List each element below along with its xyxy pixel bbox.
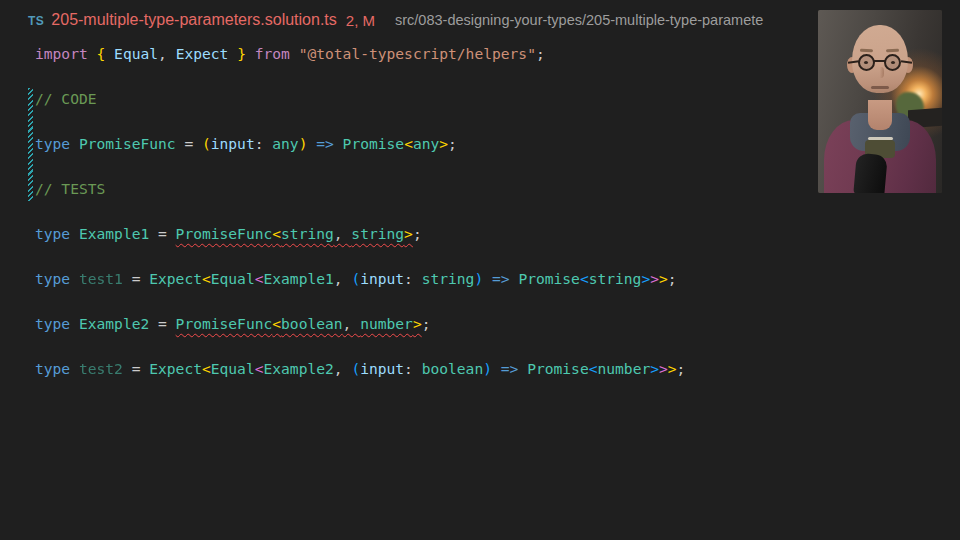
code-token: type bbox=[35, 225, 70, 242]
code-token: input bbox=[211, 135, 255, 152]
code-token: Example2 bbox=[264, 360, 334, 377]
code-token: string bbox=[589, 270, 642, 287]
code-token: type bbox=[35, 315, 70, 332]
code-token: < bbox=[255, 270, 264, 287]
code-token: input bbox=[360, 270, 404, 287]
code-token bbox=[518, 360, 527, 377]
code-token: string bbox=[351, 225, 404, 242]
file-status-badge: 2, M bbox=[346, 12, 375, 29]
presenter-mouth bbox=[871, 86, 889, 89]
code-token: Expect bbox=[149, 360, 202, 377]
glasses-bridge bbox=[874, 60, 885, 62]
code-token: : bbox=[404, 360, 422, 377]
code-token bbox=[70, 225, 79, 242]
typescript-file-icon: TS bbox=[28, 14, 44, 28]
code-line[interactable] bbox=[35, 111, 915, 134]
code-token: Example2 bbox=[79, 315, 149, 332]
code-token: ; bbox=[536, 45, 545, 62]
code-token: => bbox=[492, 270, 510, 287]
code-area[interactable]: import { Equal, Expect } from "@total-ty… bbox=[35, 43, 915, 381]
code-line[interactable] bbox=[35, 66, 915, 89]
code-token: Promise bbox=[518, 270, 580, 287]
code-token: > bbox=[439, 135, 448, 152]
presenter-eye bbox=[864, 61, 868, 64]
code-token: number bbox=[360, 315, 413, 332]
code-token: import bbox=[35, 45, 88, 62]
code-token: , bbox=[334, 225, 352, 242]
overview-ruler[interactable] bbox=[943, 0, 960, 540]
code-token bbox=[88, 45, 97, 62]
code-line[interactable]: type PromiseFunc = (input: any) => Promi… bbox=[35, 133, 915, 156]
code-token bbox=[246, 45, 255, 62]
code-token: Equal bbox=[114, 45, 158, 62]
code-token: from bbox=[255, 45, 290, 62]
code-token bbox=[307, 135, 316, 152]
code-line[interactable] bbox=[35, 246, 915, 269]
code-token: { bbox=[97, 45, 106, 62]
breadcrumb[interactable]: src/083-designing-your-types/205-multipl… bbox=[395, 12, 763, 28]
code-token bbox=[228, 45, 237, 62]
code-token bbox=[105, 45, 114, 62]
code-token: < bbox=[255, 360, 264, 377]
code-line[interactable]: type test1 = Expect<Equal<Example1, (inp… bbox=[35, 268, 915, 291]
code-token: boolean bbox=[422, 360, 484, 377]
code-token: ( bbox=[202, 135, 211, 152]
code-token: = bbox=[123, 270, 149, 287]
code-token: > bbox=[668, 360, 677, 377]
code-token: ; bbox=[422, 315, 431, 332]
code-line[interactable]: // TESTS bbox=[35, 178, 915, 201]
code-token: Expect bbox=[176, 45, 229, 62]
editor-title-bar[interactable]: TS 205-multiple-type-parameters.solution… bbox=[0, 0, 944, 40]
code-token: "@total-typescript/helpers" bbox=[299, 45, 536, 62]
code-token: > bbox=[404, 225, 413, 242]
presenter-eyebrow bbox=[860, 49, 873, 53]
code-line[interactable] bbox=[35, 201, 915, 224]
code-token: > bbox=[659, 270, 668, 287]
code-token: , bbox=[158, 45, 176, 62]
code-line[interactable] bbox=[35, 336, 915, 359]
code-token bbox=[290, 45, 299, 62]
code-token: ( bbox=[351, 270, 360, 287]
code-token: string bbox=[422, 270, 475, 287]
presenter-eye bbox=[891, 61, 895, 64]
code-token: , bbox=[334, 270, 352, 287]
code-token: type bbox=[35, 360, 70, 377]
gutter-modified-indicator[interactable] bbox=[28, 88, 33, 201]
code-token: // CODE bbox=[35, 90, 97, 107]
code-token: number bbox=[597, 360, 650, 377]
code-line[interactable] bbox=[35, 291, 915, 314]
code-token: PromiseFunc bbox=[79, 135, 176, 152]
code-token: any bbox=[272, 135, 298, 152]
code-token: , bbox=[334, 360, 352, 377]
code-token: type bbox=[35, 270, 70, 287]
code-token: => bbox=[501, 360, 519, 377]
presenter-neck bbox=[868, 100, 892, 130]
code-token: Example1 bbox=[264, 270, 334, 287]
code-line[interactable]: type test2 = Expect<Equal<Example2, (inp… bbox=[35, 358, 915, 381]
code-token: ; bbox=[677, 360, 686, 377]
code-token: // TESTS bbox=[35, 180, 105, 197]
code-token: Example1 bbox=[79, 225, 149, 242]
code-line[interactable]: // CODE bbox=[35, 88, 915, 111]
code-token: PromiseFunc bbox=[176, 225, 273, 242]
code-token bbox=[334, 135, 343, 152]
code-token: ) bbox=[474, 270, 483, 287]
code-token: } bbox=[237, 45, 246, 62]
code-token: > bbox=[650, 360, 659, 377]
code-token bbox=[483, 270, 492, 287]
webcam-overlay bbox=[818, 10, 942, 193]
vscode-editor-window: { "editor_title": { "file_icon": "TS", "… bbox=[0, 0, 960, 540]
code-token: < bbox=[580, 270, 589, 287]
code-token bbox=[492, 360, 501, 377]
file-name[interactable]: 205-multiple-type-parameters.solution.ts bbox=[51, 11, 336, 29]
code-token: = bbox=[149, 225, 175, 242]
code-token: Promise bbox=[527, 360, 589, 377]
code-token: = bbox=[149, 315, 175, 332]
code-line[interactable]: type Example2 = PromiseFunc<boolean, num… bbox=[35, 313, 915, 336]
code-token: PromiseFunc bbox=[176, 315, 273, 332]
code-line[interactable]: type Example1 = PromiseFunc<string, stri… bbox=[35, 223, 915, 246]
code-line[interactable] bbox=[35, 156, 915, 179]
code-token: < bbox=[272, 225, 281, 242]
code-token: test2 bbox=[79, 360, 123, 377]
code-line[interactable]: import { Equal, Expect } from "@total-ty… bbox=[35, 43, 915, 66]
